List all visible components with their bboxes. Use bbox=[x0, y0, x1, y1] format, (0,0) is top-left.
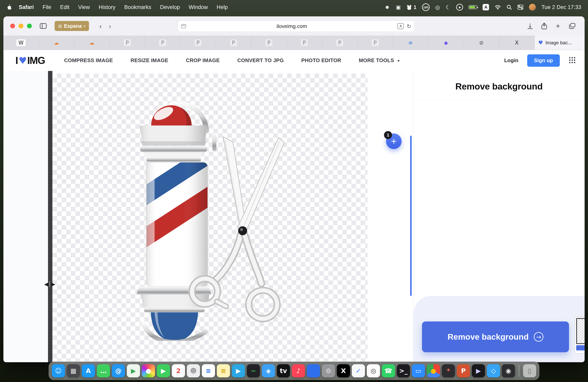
dock-app-icon[interactable]: ◎ bbox=[367, 364, 380, 377]
search-icon[interactable] bbox=[507, 5, 512, 10]
dock-app-icon[interactable]: ▶ bbox=[157, 364, 170, 377]
browser-tab[interactable]: W bbox=[3, 36, 39, 50]
browser-tab[interactable]: X bbox=[499, 36, 535, 50]
share-icon[interactable] bbox=[541, 22, 547, 29]
tab-overview-icon[interactable] bbox=[569, 23, 575, 29]
browser-tab[interactable]: P bbox=[145, 36, 180, 50]
close-window-button[interactable] bbox=[10, 24, 15, 28]
apple-logo-icon[interactable] bbox=[7, 4, 12, 10]
browser-tab[interactable]: P bbox=[110, 36, 145, 50]
new-tab-icon[interactable]: + bbox=[556, 22, 560, 30]
browser-tab[interactable]: P bbox=[216, 36, 251, 50]
dock-app-icon[interactable]: ● bbox=[142, 364, 155, 377]
dock-app-icon[interactable]: ☎ bbox=[382, 364, 395, 377]
arrow-right-icon[interactable]: ▶ bbox=[51, 281, 55, 287]
dock-app-icon[interactable]: ≡ bbox=[202, 364, 215, 377]
minimize-window-button[interactable] bbox=[19, 24, 23, 28]
dock-app-icon[interactable]: ~ bbox=[247, 364, 260, 377]
add-image-button[interactable]: + 1 bbox=[386, 134, 402, 149]
zoom-window-button[interactable] bbox=[27, 24, 32, 28]
address-bar[interactable]: iloveimg.com A ↻ bbox=[178, 21, 414, 32]
dock-app-icon[interactable]: ▦ bbox=[67, 364, 80, 377]
browser-tab[interactable]: ≡ bbox=[393, 36, 428, 50]
menu-item[interactable]: Edit bbox=[56, 4, 74, 10]
menu-item[interactable]: Develop bbox=[156, 4, 184, 10]
badge-185-icon[interactable]: 185 bbox=[422, 3, 430, 11]
browser-tab-active[interactable]: ♥ Image bac... bbox=[535, 36, 585, 50]
dock-app-icon[interactable]: ▶ bbox=[127, 364, 140, 377]
nav-crop-image[interactable]: CROP IMAGE bbox=[186, 57, 220, 63]
downloads-icon[interactable]: ↓ bbox=[528, 23, 533, 29]
dock-app-icon[interactable]: >_ bbox=[397, 364, 410, 377]
arrow-left-icon[interactable]: ◀ bbox=[44, 281, 48, 287]
browser-tab[interactable]: P bbox=[322, 36, 357, 50]
nav-compress-image[interactable]: COMPRESS IMAGE bbox=[64, 57, 113, 63]
dock-app-icon[interactable]: ◇ bbox=[487, 364, 500, 377]
dock-app-icon[interactable]: A bbox=[82, 364, 95, 377]
dock-app-icon[interactable]: ☺ bbox=[52, 364, 65, 377]
menu-item[interactable]: View bbox=[74, 4, 94, 10]
menu-item[interactable]: Safari bbox=[14, 4, 38, 10]
wifi-icon[interactable] bbox=[495, 5, 501, 10]
apps-grid-icon[interactable] bbox=[568, 57, 576, 65]
menu-item[interactable]: Bookmarks bbox=[120, 4, 156, 10]
dock-app-icon[interactable]: X bbox=[337, 364, 350, 377]
browser-tab[interactable]: P bbox=[287, 36, 322, 50]
dock-app-icon[interactable]: @ bbox=[112, 364, 125, 377]
dock-app-icon[interactable]: ▶ bbox=[232, 364, 245, 377]
control-center-icon[interactable] bbox=[517, 5, 524, 10]
sparkle-icon[interactable]: ++ bbox=[384, 4, 390, 10]
dock-app-icon[interactable]: ◉ bbox=[502, 364, 515, 377]
paw-count-icon[interactable]: 1 bbox=[406, 4, 416, 10]
input-source-icon[interactable]: A bbox=[483, 4, 489, 10]
dock-app-icon[interactable]: ≡ bbox=[217, 364, 230, 377]
back-button[interactable]: ‹ bbox=[96, 22, 105, 30]
browser-tab[interactable]: P bbox=[251, 36, 287, 50]
nav-resize-image[interactable]: RESIZE IMAGE bbox=[131, 57, 168, 63]
remove-background-button[interactable]: Remove background → bbox=[422, 322, 569, 352]
tab-group-button[interactable]: ▤ Espana ▾ bbox=[55, 21, 89, 31]
browser-tab[interactable]: P bbox=[357, 36, 393, 50]
panel-scrollbar[interactable] bbox=[410, 136, 412, 296]
forward-button[interactable]: › bbox=[105, 22, 115, 30]
menu-item[interactable]: File bbox=[38, 4, 56, 10]
battery-icon[interactable] bbox=[469, 5, 477, 9]
signup-button[interactable]: Sign up bbox=[527, 54, 560, 67]
box-icon[interactable]: ▣ bbox=[396, 4, 401, 10]
menu-item[interactable]: History bbox=[94, 4, 120, 10]
dock-app-icon[interactable]: ● bbox=[427, 364, 440, 377]
dock-app-icon[interactable]: ✓ bbox=[352, 364, 365, 377]
play-icon[interactable]: ▶ bbox=[456, 4, 463, 11]
moon-icon[interactable]: ☾ bbox=[446, 4, 451, 11]
menu-item[interactable]: Help bbox=[212, 4, 232, 10]
user-avatar[interactable] bbox=[529, 4, 536, 11]
browser-tab[interactable]: ☁ bbox=[39, 36, 74, 50]
browser-tab[interactable]: ◆ bbox=[428, 36, 464, 50]
dock-app-icon[interactable]: P bbox=[457, 364, 470, 377]
nav-convert-to-jpg[interactable]: CONVERT TO JPG bbox=[237, 57, 284, 63]
dock-app-icon[interactable]: tv bbox=[277, 364, 290, 377]
login-link[interactable]: Login bbox=[504, 57, 518, 63]
dock-app-icon[interactable]: ♪ bbox=[292, 364, 305, 377]
dock-app-icon[interactable]: * bbox=[442, 364, 455, 377]
browser-tab[interactable]: P bbox=[180, 36, 216, 50]
dock-app-icon[interactable]: … bbox=[97, 364, 110, 377]
translate-icon[interactable]: A bbox=[398, 23, 404, 29]
sidebar-toggle-icon[interactable] bbox=[40, 23, 47, 29]
dock-app-icon[interactable]: ▭ bbox=[412, 364, 425, 377]
site-logo[interactable]: I ♥ IMG bbox=[15, 55, 45, 66]
dock-app-icon[interactable]: ◈ bbox=[262, 364, 275, 377]
nav-more-tools[interactable]: MORE TOOLS ▾ bbox=[359, 57, 399, 63]
dock-app-icon[interactable] bbox=[307, 364, 320, 377]
dock-app-icon[interactable]: ⚙ bbox=[322, 364, 335, 377]
dock-app-icon[interactable]: ☻ bbox=[187, 364, 200, 377]
canvas-pan-arrows[interactable]: ◀ ▶ bbox=[44, 281, 55, 287]
image-preview-thumbnail[interactable] bbox=[575, 316, 585, 354]
browser-tab[interactable]: ☁ bbox=[74, 36, 110, 50]
trash-icon[interactable]: ▯ bbox=[523, 364, 536, 377]
reload-icon[interactable]: ↻ bbox=[407, 23, 411, 29]
dock-app-icon[interactable]: ▶ bbox=[472, 364, 485, 377]
nav-photo-editor[interactable]: PHOTO EDITOR bbox=[301, 57, 341, 63]
browser-tab[interactable]: ⊘ bbox=[464, 36, 499, 50]
dock-app-icon[interactable]: 2 bbox=[172, 364, 185, 377]
